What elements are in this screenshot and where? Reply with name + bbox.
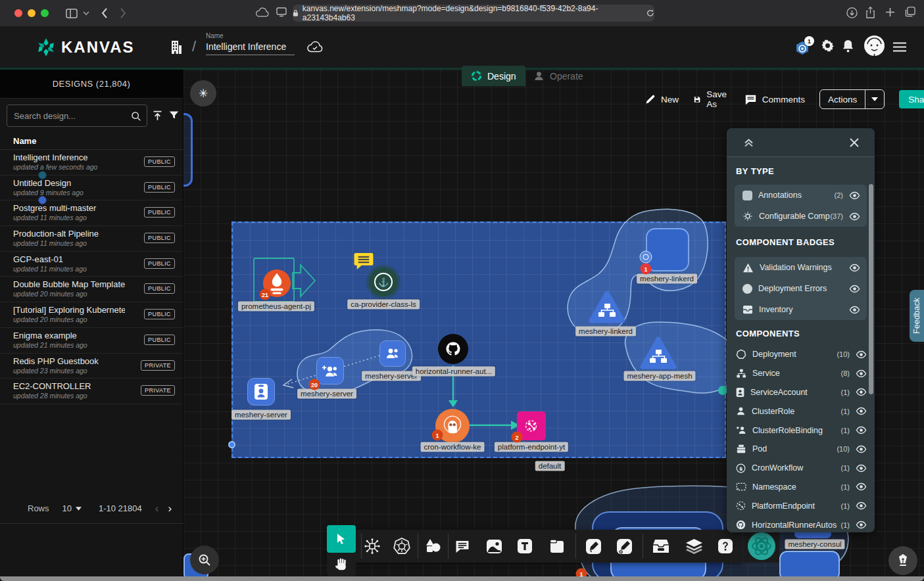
by-type-row-configurable[interactable]: Configurable Compon (37) bbox=[735, 206, 867, 227]
design-list-item[interactable]: GCP-east-01 updated 11 minutes ago PUBLI… bbox=[0, 252, 183, 277]
tool-pan[interactable] bbox=[327, 553, 356, 576]
chevron-down-icon[interactable] bbox=[83, 11, 89, 16]
tab-operate[interactable]: Operate bbox=[524, 66, 593, 86]
node-meshery-server-mid[interactable] bbox=[316, 357, 344, 384]
by-type-row-annotations[interactable]: Annotations (2) bbox=[735, 185, 867, 206]
next-page-icon[interactable]: › bbox=[168, 502, 172, 515]
organization-icon[interactable] bbox=[169, 39, 183, 55]
component-row-namespace[interactable]: Namespace (1) bbox=[727, 478, 875, 497]
visibility-eye-icon[interactable] bbox=[856, 521, 867, 529]
share-button[interactable]: Share bbox=[899, 90, 924, 108]
kanvas-logo[interactable]: KANVAS bbox=[36, 37, 135, 57]
actions-caret-icon[interactable] bbox=[865, 97, 884, 101]
visibility-eye-icon[interactable] bbox=[849, 212, 860, 221]
tool-shapes[interactable] bbox=[418, 530, 447, 563]
design-list-item[interactable]: Intelligent Inference updated a few seco… bbox=[0, 150, 183, 175]
component-row-service[interactable]: Service (8) bbox=[727, 364, 875, 383]
visibility-eye-icon[interactable] bbox=[849, 285, 860, 293]
save-as-button[interactable]: Save As bbox=[693, 89, 730, 109]
tool-comment[interactable] bbox=[448, 530, 477, 563]
tab-overview-icon[interactable] bbox=[905, 7, 915, 17]
panel-scrollbar[interactable] bbox=[869, 184, 873, 394]
design-list-item[interactable]: Redis PHP Guestbook updated 23 minutes a… bbox=[0, 354, 183, 379]
visibility-eye-icon[interactable] bbox=[856, 464, 867, 473]
user-avatar[interactable] bbox=[863, 35, 885, 57]
component-row-pod[interactable]: Pod (10) bbox=[727, 440, 875, 459]
tool-note[interactable] bbox=[542, 530, 571, 563]
new-tab-icon[interactable] bbox=[885, 7, 895, 17]
forward-icon[interactable] bbox=[120, 8, 126, 18]
maximize-window-button[interactable] bbox=[41, 9, 49, 17]
downloads-icon[interactable] bbox=[846, 7, 858, 18]
comments-button[interactable]: Comments bbox=[744, 94, 805, 105]
import-design-icon[interactable] bbox=[152, 110, 163, 122]
visibility-eye-icon[interactable] bbox=[856, 407, 867, 415]
design-list-item[interactable]: Postgres multi-master updated 11 minutes… bbox=[0, 200, 183, 226]
badge-row-validation-warnings[interactable]: Validation Warnings bbox=[735, 257, 867, 278]
visibility-eye-icon[interactable] bbox=[856, 350, 867, 359]
design-list-item[interactable]: Production-alt Pipeline updated 11 minut… bbox=[0, 226, 183, 252]
minimize-window-button[interactable] bbox=[28, 9, 36, 17]
hamburger-menu-icon[interactable] bbox=[893, 42, 906, 52]
component-row-serviceaccount[interactable]: ServiceAccount (1) bbox=[727, 383, 875, 402]
node-ca-provider[interactable]: ⚓ bbox=[369, 267, 398, 296]
tool-meshery-extension[interactable] bbox=[744, 530, 779, 563]
pen-mode-button[interactable] bbox=[888, 546, 917, 575]
prev-page-icon[interactable]: ‹ bbox=[155, 502, 159, 515]
visibility-eye-icon[interactable] bbox=[849, 264, 860, 272]
component-row-clusterrolebinding[interactable]: ClusterRoleBinding (1) bbox=[727, 421, 875, 440]
component-row-deployment[interactable]: Deployment (10) bbox=[727, 345, 875, 364]
selection-resize-handle[interactable] bbox=[228, 441, 235, 448]
component-row-horizontalrunnerautoscaler[interactable]: HorizontalRunnerAutos (1) bbox=[727, 515, 875, 532]
visibility-eye-icon[interactable] bbox=[849, 191, 860, 200]
address-bar[interactable]: kanvas.new/extension/meshmap?mode=design… bbox=[293, 5, 654, 22]
node-github-runner[interactable] bbox=[438, 334, 468, 364]
tool-image[interactable] bbox=[479, 530, 508, 563]
badge-row-deployment-errors[interactable]: Deployment Errors bbox=[735, 278, 867, 299]
component-row-platformendpoint[interactable]: PlatformEndpoint (1) bbox=[727, 496, 875, 515]
visibility-eye-icon[interactable] bbox=[849, 306, 860, 314]
close-window-button[interactable] bbox=[14, 9, 22, 17]
share-page-icon[interactable] bbox=[865, 7, 875, 18]
new-button[interactable]: New bbox=[644, 94, 679, 105]
tool-components[interactable] bbox=[358, 530, 387, 563]
reload-icon[interactable] bbox=[646, 9, 654, 17]
tool-pencil[interactable] bbox=[610, 530, 639, 563]
settings-gear-icon[interactable] bbox=[821, 39, 835, 53]
tool-pen[interactable] bbox=[579, 530, 608, 563]
extensions-badge-icon[interactable]: 1 bbox=[794, 40, 811, 57]
component-row-clusterrole[interactable]: ClusterRole (1) bbox=[727, 402, 875, 421]
visibility-eye-icon[interactable] bbox=[856, 482, 867, 491]
back-icon[interactable] bbox=[101, 8, 108, 18]
search-input[interactable] bbox=[7, 105, 147, 127]
tool-archive[interactable] bbox=[646, 530, 675, 563]
sidebar-toggle-icon[interactable] bbox=[66, 9, 78, 18]
tool-text[interactable] bbox=[510, 530, 539, 563]
visibility-eye-icon[interactable] bbox=[856, 426, 867, 434]
zoom-in-button[interactable] bbox=[190, 546, 219, 574]
design-list-item[interactable]: Untitled Design updated 9 minutes ago PU… bbox=[0, 175, 183, 201]
tool-help[interactable] bbox=[711, 530, 740, 563]
column-header-name[interactable]: Name bbox=[0, 133, 183, 150]
visibility-eye-icon[interactable] bbox=[856, 445, 867, 453]
freeze-canvas-button[interactable]: ✳ bbox=[190, 80, 216, 106]
feedback-tab[interactable]: Feedback bbox=[910, 290, 924, 342]
notifications-bell-icon[interactable] bbox=[842, 39, 854, 53]
badge-row-inventory[interactable]: Inventory bbox=[735, 299, 867, 320]
design-list-item[interactable]: EC2-CONTROLLER updated 28 minutes ago PR… bbox=[0, 379, 183, 404]
component-row-cronworkflow[interactable]: CronWorkflow (1) bbox=[727, 459, 875, 478]
design-name-input[interactable] bbox=[206, 39, 295, 55]
annotation-comment-icon[interactable] bbox=[354, 252, 374, 270]
tool-kubernetes[interactable] bbox=[387, 530, 416, 563]
design-list-item[interactable]: Double Bubble Map Template-copy updated … bbox=[0, 277, 183, 302]
collapse-panel-icon[interactable] bbox=[744, 138, 754, 147]
design-list-item[interactable]: [Tutorial] Exploring Kubernetes Pod upda… bbox=[0, 302, 183, 328]
close-panel-icon[interactable] bbox=[850, 138, 859, 147]
node-meshery-linkerd-svc[interactable] bbox=[589, 290, 625, 323]
rows-per-page-select[interactable]: 10 bbox=[62, 503, 82, 513]
filter-icon[interactable] bbox=[168, 110, 180, 121]
visibility-eye-icon[interactable] bbox=[856, 369, 867, 378]
node-meshery-server-right[interactable] bbox=[379, 340, 406, 367]
tool-select-active[interactable] bbox=[327, 525, 356, 553]
design-list-item[interactable]: Enigma example updated 21 minutes ago PU… bbox=[0, 328, 183, 354]
